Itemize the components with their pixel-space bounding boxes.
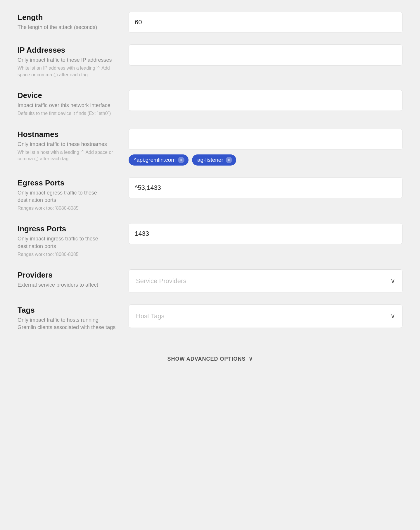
tag-api-gremlin: ^api.gremlin.com × — [129, 154, 189, 166]
providers-desc: External service providers to affect — [18, 281, 117, 289]
ingress-ports-label-col: Ingress Ports Only impact ingress traffi… — [18, 223, 117, 258]
advanced-options-row: SHOW ADVANCED OPTIONS ∨ — [18, 350, 402, 362]
ip-addresses-title: IP Addresses — [18, 46, 117, 55]
hostnames-input-col: ^api.gremlin.com × ag-listener × — [129, 129, 402, 166]
device-section: Device Impact traffic over this network … — [18, 90, 402, 117]
hostnames-section: Hostnames Only impact traffic to these h… — [18, 129, 402, 166]
tag-ag-listener: ag-listener × — [192, 154, 236, 166]
providers-chevron-icon: ∨ — [390, 277, 395, 285]
ip-addresses-section: IP Addresses Only impact traffic to thes… — [18, 44, 402, 78]
ip-addresses-hint: Whitelist an IP address with a leading '… — [18, 65, 117, 78]
tags-input-col: Host Tags ∨ — [129, 304, 402, 328]
egress-ports-label-col: Egress Ports Only impact egress traffic … — [18, 177, 117, 212]
ingress-ports-title: Ingress Ports — [18, 224, 117, 233]
providers-select[interactable]: Service Providers ∨ — [129, 269, 402, 293]
show-advanced-chevron-icon: ∨ — [249, 356, 253, 362]
tags-placeholder: Host Tags — [136, 312, 164, 320]
length-title: Length — [18, 13, 117, 22]
egress-ports-hint: Ranges work too: '8080-8085' — [18, 205, 117, 211]
tags-select[interactable]: Host Tags ∨ — [129, 304, 402, 328]
tags-label-col: Tags Only impact traffic to hosts runnin… — [18, 304, 117, 332]
ip-addresses-label-col: IP Addresses Only impact traffic to thes… — [18, 44, 117, 78]
providers-placeholder: Service Providers — [136, 277, 186, 285]
hostnames-title: Hostnames — [18, 130, 117, 139]
show-advanced-button[interactable]: SHOW ADVANCED OPTIONS ∨ — [167, 356, 253, 362]
egress-ports-section: Egress Ports Only impact egress traffic … — [18, 177, 402, 212]
egress-ports-title: Egress Ports — [18, 178, 117, 187]
length-input[interactable] — [129, 12, 402, 33]
tag-ag-listener-label: ag-listener — [197, 157, 223, 163]
providers-label-col: Providers External service providers to … — [18, 269, 117, 290]
tags-desc: Only impact traffic to hosts running Gre… — [18, 316, 117, 331]
device-input-col — [129, 90, 402, 111]
length-section: Length The length of the attack (seconds… — [18, 12, 402, 33]
ip-addresses-input-col — [129, 44, 402, 66]
hostnames-hint: Whitelist a host with a leading '^' Add … — [18, 149, 117, 162]
ingress-ports-desc: Only impact ingress traffic to these des… — [18, 235, 117, 250]
ip-addresses-desc: Only impact traffic to these IP addresse… — [18, 56, 117, 64]
egress-ports-input-col — [129, 177, 402, 198]
providers-title: Providers — [18, 271, 117, 280]
ingress-ports-hint: Ranges work too: '8080-8085' — [18, 251, 117, 258]
ingress-ports-section: Ingress Ports Only impact ingress traffi… — [18, 223, 402, 258]
tag-api-gremlin-remove[interactable]: × — [178, 157, 184, 163]
hostnames-input[interactable] — [129, 129, 402, 150]
ip-addresses-input[interactable] — [129, 44, 402, 66]
hostnames-desc: Only impact traffic to these hostnames — [18, 141, 117, 148]
device-label-col: Device Impact traffic over this network … — [18, 90, 117, 117]
hostnames-label-col: Hostnames Only impact traffic to these h… — [18, 129, 117, 162]
tags-section: Tags Only impact traffic to hosts runnin… — [18, 304, 402, 332]
egress-ports-desc: Only impact egress traffic to these dest… — [18, 189, 117, 204]
tags-title: Tags — [18, 306, 117, 315]
providers-input-col: Service Providers ∨ — [129, 269, 402, 293]
tag-ag-listener-remove[interactable]: × — [226, 157, 232, 163]
providers-section: Providers External service providers to … — [18, 269, 402, 293]
ingress-ports-input-col — [129, 223, 402, 244]
tag-api-gremlin-label: ^api.gremlin.com — [134, 157, 176, 163]
device-title: Device — [18, 91, 117, 100]
device-desc: Impact traffic over this network interfa… — [18, 102, 117, 109]
device-input[interactable] — [129, 90, 402, 111]
ingress-ports-input[interactable] — [129, 223, 402, 244]
length-desc: The length of the attack (seconds) — [18, 24, 117, 31]
length-label-col: Length The length of the attack (seconds… — [18, 12, 117, 32]
divider-left — [18, 359, 159, 359]
device-hint: Defaults to the first device it finds (E… — [18, 110, 117, 117]
egress-ports-input[interactable] — [129, 177, 402, 198]
show-advanced-label: SHOW ADVANCED OPTIONS — [167, 356, 246, 362]
divider-right — [262, 359, 403, 359]
hostnames-tags: ^api.gremlin.com × ag-listener × — [129, 154, 402, 166]
length-input-col — [129, 12, 402, 33]
tags-chevron-icon: ∨ — [390, 312, 395, 320]
